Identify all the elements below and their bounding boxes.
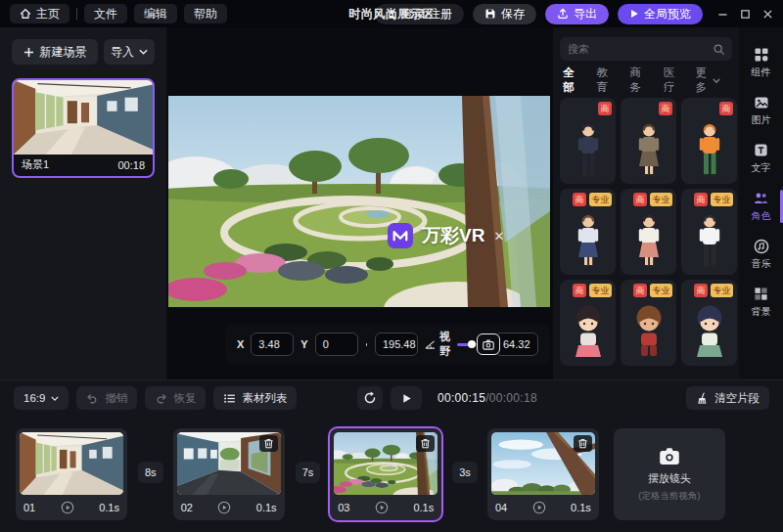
new-scene-button[interactable]: 新建场景 [12, 39, 98, 65]
sidebar-item-组件[interactable]: 组件 [739, 43, 783, 82]
clip-index: 02 [181, 502, 193, 513]
character-card[interactable]: 商专业 [621, 189, 676, 275]
camera-capture-button[interactable] [477, 333, 500, 355]
degree-dot-icon [366, 343, 367, 346]
clear-clips-button[interactable]: 清空片段 [686, 386, 769, 410]
y-field[interactable]: 0 [315, 332, 358, 356]
import-button[interactable]: 导入 [104, 39, 155, 65]
save-button[interactable]: 保存 [473, 4, 536, 24]
clip-duration: 0.1s [256, 502, 277, 513]
place-camera-card[interactable]: 摆放镜头 (定格当前视角) [614, 428, 725, 520]
list-icon [223, 392, 236, 405]
character-card[interactable]: 商专业 [560, 280, 616, 366]
gap-duration-badge[interactable]: 8s [138, 462, 163, 483]
redo-button[interactable]: 恢复 [145, 386, 206, 410]
timecode: 00:00:15/00:00:18 [438, 391, 537, 405]
project-title: 时尚风尚展示区 [348, 6, 435, 22]
clip-03[interactable]: 03 0.1s [330, 428, 441, 520]
trash-icon [263, 438, 274, 449]
gap-duration-badge[interactable]: 3s [452, 462, 478, 483]
edit-menu-button[interactable]: 编辑 [134, 4, 177, 23]
clip-meta: 02 0.1s [177, 495, 281, 518]
timeline-toolbar: 16:9 撤销 恢复 [0, 380, 783, 416]
preview-area: 万彩VR ✕ X 3.48 Y 0 195.48 视野 [166, 27, 553, 379]
character-card[interactable]: 商专业 [560, 189, 616, 275]
fov-slider[interactable] [457, 332, 488, 356]
character-card[interactable]: 商专业 [681, 189, 737, 275]
tab-医疗[interactable]: 医疗 [660, 66, 677, 95]
minimize-button[interactable] [717, 9, 728, 20]
global-preview-button[interactable]: 全局预览 [618, 4, 703, 24]
character-card[interactable]: 商专业 [681, 280, 737, 366]
sidebar-item-背景[interactable]: 背景 [739, 283, 783, 322]
gap-duration-badge[interactable]: 7s [296, 462, 321, 483]
fov-slider-handle[interactable] [468, 340, 476, 348]
clip-duration: 0.1s [99, 502, 119, 513]
tab-商务[interactable]: 商务 [626, 66, 644, 95]
sidebar-item-label: 背景 [752, 305, 771, 319]
badge-row: 商专业 [633, 193, 672, 206]
search-box[interactable] [560, 37, 732, 61]
sidebar-item-图片[interactable]: 图片 [739, 91, 783, 130]
clip-meta: 01 0.1s [20, 495, 123, 518]
scene-card[interactable]: 场景1 00:18 [12, 78, 155, 178]
aspect-ratio-selector[interactable]: 16:9 [14, 386, 69, 410]
place-camera-label: 摆放镜头 [648, 471, 691, 486]
character-card[interactable]: 商 [621, 98, 676, 184]
delete-clip-button[interactable] [259, 435, 278, 452]
clip-04[interactable]: 04 0.1s [487, 428, 599, 520]
search-icon [713, 43, 725, 56]
text-icon [753, 142, 769, 158]
loop-icon [363, 391, 377, 405]
loop-button[interactable] [357, 386, 383, 410]
topbar-menu: 主页 文件 编辑 帮助 [10, 4, 227, 23]
fov-value-field[interactable]: 64.32 [495, 332, 538, 356]
x-field[interactable]: 3.48 [251, 332, 294, 356]
sidebar-item-角色[interactable]: 角色 [739, 187, 783, 226]
tab-全部[interactable]: 全部 [560, 66, 577, 95]
material-list-button[interactable]: 素材列表 [213, 386, 297, 410]
commercial-badge: 商 [694, 284, 708, 297]
window-controls [717, 9, 773, 20]
commercial-badge: 商 [659, 102, 672, 115]
character-card[interactable]: 商 [681, 98, 737, 184]
search-input[interactable] [568, 43, 707, 55]
file-menu-button[interactable]: 文件 [84, 4, 127, 23]
badge-row: 商专业 [694, 284, 733, 297]
clip-play-icon[interactable] [532, 501, 546, 514]
preview-image[interactable] [168, 96, 550, 307]
delete-clip-button[interactable] [416, 435, 435, 452]
badge-row: 商专业 [633, 284, 672, 297]
sidebar-item-音乐[interactable]: 音乐 [739, 235, 783, 274]
trash-icon [577, 438, 588, 449]
home-button[interactable]: 主页 [10, 4, 69, 23]
character-card[interactable]: 商专业 [621, 280, 676, 366]
clip-play-icon[interactable] [217, 501, 231, 514]
clip-play-icon[interactable] [61, 501, 74, 514]
place-camera-sublabel: (定格当前视角) [638, 490, 700, 503]
character-library-panel: 全部教育商务医疗更多 商 商 商 商专业 商专业 [553, 27, 739, 379]
play-icon [401, 393, 412, 404]
tab-教育[interactable]: 教育 [593, 66, 611, 95]
undo-button[interactable]: 撤销 [76, 386, 137, 410]
clip-01[interactable]: 01 0.1s [16, 428, 127, 520]
category-tabs: 全部教育商务医疗更多 [560, 70, 736, 90]
clip-play-icon[interactable] [375, 501, 389, 514]
clip-02[interactable]: 02 0.1s [173, 428, 285, 520]
character-figure [629, 212, 668, 269]
rotation-field[interactable]: 195.48 [375, 332, 418, 356]
plus-icon [23, 47, 34, 58]
sidebar-item-文字[interactable]: 文字 [739, 139, 783, 178]
character-card[interactable]: 商 [560, 98, 616, 184]
clip-meta: 03 0.1s [334, 495, 438, 518]
tab-更多[interactable]: 更多 [693, 66, 720, 95]
timeline-play-button[interactable] [391, 386, 422, 410]
watermark-close-icon[interactable]: ✕ [493, 230, 504, 243]
close-button[interactable] [762, 9, 773, 20]
export-button[interactable]: 导出 [545, 4, 609, 24]
pro-badge: 专业 [711, 193, 733, 206]
maximize-button[interactable] [740, 9, 751, 20]
help-menu-button[interactable]: 帮助 [184, 4, 227, 23]
character-figure [569, 212, 608, 269]
delete-clip-button[interactable] [574, 435, 592, 452]
